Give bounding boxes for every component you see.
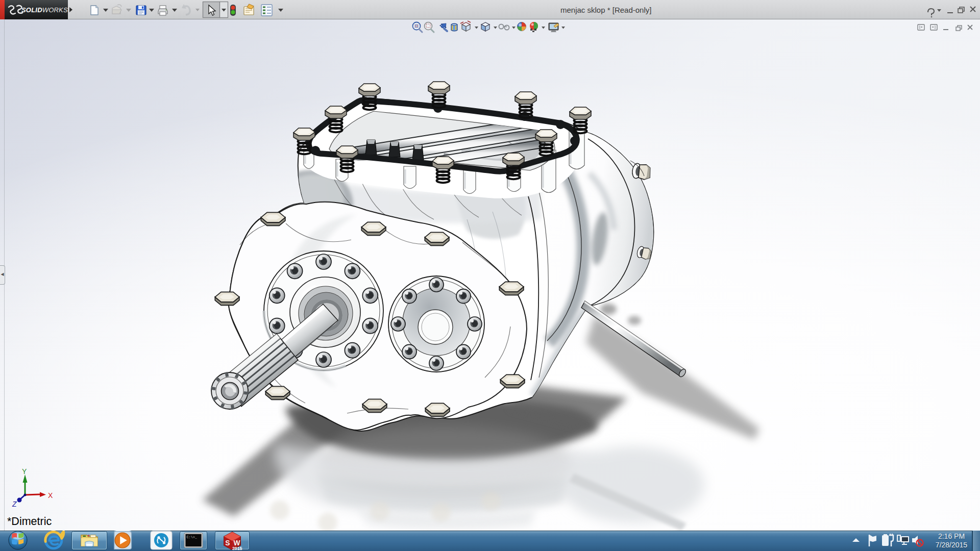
svg-text:Y: Y <box>22 467 27 475</box>
svg-text:S: S <box>225 539 230 547</box>
svg-text:2015: 2015 <box>232 546 242 551</box>
svg-text:X: X <box>48 491 53 499</box>
svg-text:C:\>_: C:\>_ <box>187 535 198 539</box>
svg-text:Z: Z <box>12 500 17 508</box>
